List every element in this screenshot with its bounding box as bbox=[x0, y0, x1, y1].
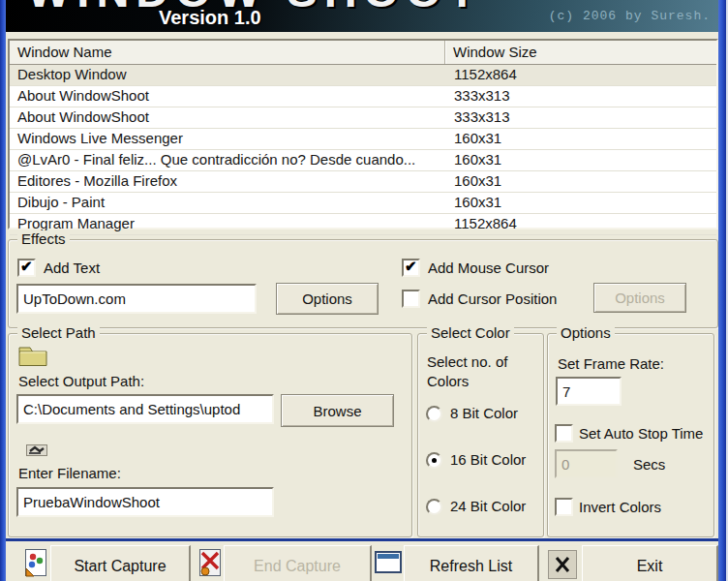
cell-window-size: 1152x864 bbox=[444, 214, 716, 234]
cell-window-size: 1152x864 bbox=[444, 65, 716, 85]
add-cursor-position-checkbox[interactable] bbox=[402, 290, 420, 308]
cell-window-size: 333x313 bbox=[444, 86, 716, 107]
windowshoot-app: WINDOW SHOOT Version 1.0 (c) 2006 by Sur… bbox=[0, 0, 728, 581]
secs-label: Secs bbox=[633, 456, 665, 473]
cell-window-name: Windows Live Messenger bbox=[10, 129, 444, 149]
bottom-divider bbox=[0, 538, 728, 541]
output-path-label: Select Output Path: bbox=[18, 373, 144, 389]
secs-input[interactable] bbox=[555, 449, 618, 478]
rename-icon bbox=[26, 443, 47, 461]
table-row[interactable]: Desktop Window 1152x864 bbox=[10, 65, 716, 86]
effects-group-title: Effects bbox=[17, 230, 70, 247]
add-mouse-cursor-label: Add Mouse Cursor bbox=[428, 260, 549, 276]
start-capture-icon bbox=[23, 548, 48, 581]
select-color-group-title: Select Color bbox=[427, 324, 514, 341]
radio-24bit[interactable] bbox=[426, 499, 442, 515]
radio-8bit-label: 8 Bit Color bbox=[450, 405, 518, 421]
table-row[interactable]: Editores - Mozilla Firefox 160x31 bbox=[10, 171, 716, 193]
table-row[interactable]: Windows Live Messenger 160x31 bbox=[10, 129, 716, 150]
exit-button[interactable]: Exit bbox=[582, 545, 718, 581]
column-header-window-size[interactable]: Window Size bbox=[444, 41, 716, 64]
radio-24bit-label: 24 Bit Color bbox=[450, 498, 526, 514]
exit-icon bbox=[548, 550, 577, 581]
invert-colors-checkbox[interactable] bbox=[555, 498, 573, 516]
cell-window-name: Dibujo - Paint bbox=[10, 193, 444, 213]
invert-colors-label: Invert Colors bbox=[579, 499, 661, 515]
output-path-input[interactable] bbox=[16, 394, 274, 424]
color-subtitle-line1: Select no. of bbox=[427, 353, 507, 370]
cell-window-size: 160x31 bbox=[444, 193, 716, 213]
frame-rate-input[interactable] bbox=[556, 377, 622, 406]
refresh-list-icon bbox=[375, 551, 402, 577]
options-group: Options Set Frame Rate: Set Auto Stop Ti… bbox=[547, 333, 714, 537]
effects-group: Effects Add Text Options Add Mouse Curso… bbox=[8, 239, 718, 328]
cell-window-name: @LvAr0 - Final feliz... Que contradicció… bbox=[10, 150, 444, 170]
cell-window-name: About WindowShoot bbox=[10, 107, 444, 128]
column-header-window-name[interactable]: Window Name bbox=[10, 41, 444, 64]
version-label: Version 1.0 bbox=[159, 7, 261, 29]
radio-16bit-label: 16 Bit Color bbox=[450, 451, 526, 468]
cell-window-name: About WindowShoot bbox=[10, 86, 444, 107]
radio-16bit[interactable] bbox=[426, 452, 442, 469]
add-cursor-position-label: Add Cursor Position bbox=[428, 290, 557, 307]
table-row[interactable]: Dibujo - Paint 160x31 bbox=[10, 193, 716, 214]
refresh-list-button[interactable]: Refresh List bbox=[404, 545, 539, 581]
listview-header: Window Name Window Size bbox=[10, 41, 716, 65]
color-subtitle-line2: Colors bbox=[427, 373, 469, 389]
cell-window-size: 160x31 bbox=[444, 171, 716, 192]
select-path-group: Select Path Select Output Path: Browse E… bbox=[8, 333, 412, 537]
window-listview: Window Name Window Size Desktop Window 1… bbox=[8, 39, 718, 229]
cell-window-size: 333x313 bbox=[444, 107, 716, 128]
cursor-options-button[interactable]: Options bbox=[593, 283, 686, 313]
auto-stop-label: Set Auto Stop Time bbox=[579, 425, 703, 442]
cell-window-name: Desktop Window bbox=[10, 65, 444, 85]
cell-window-name: Editores - Mozilla Firefox bbox=[10, 171, 444, 192]
cell-window-name: Program Manager bbox=[10, 214, 444, 234]
select-color-group: Select Color Select no. of Colors 8 Bit … bbox=[417, 333, 544, 537]
text-options-button[interactable]: Options bbox=[276, 283, 379, 315]
table-row[interactable]: About WindowShoot 333x313 bbox=[10, 107, 716, 129]
frame-rate-label: Set Frame Rate: bbox=[558, 355, 664, 372]
select-path-group-title: Select Path bbox=[17, 324, 100, 341]
start-capture-button[interactable]: Start Capture bbox=[50, 545, 191, 581]
end-capture-icon bbox=[197, 548, 223, 581]
table-row[interactable]: About WindowShoot 333x313 bbox=[10, 86, 716, 107]
filename-input[interactable] bbox=[16, 487, 274, 517]
window-border-left bbox=[0, 0, 6, 581]
browse-button[interactable]: Browse bbox=[281, 394, 394, 427]
table-row[interactable]: @LvAr0 - Final feliz... Que contradicció… bbox=[10, 150, 716, 171]
end-capture-button[interactable]: End Capture bbox=[224, 545, 372, 581]
filename-label: Enter Filename: bbox=[18, 465, 121, 481]
copyright-label: (c) 2006 by Suresh. bbox=[549, 9, 711, 23]
add-text-label: Add Text bbox=[44, 260, 100, 276]
add-mouse-cursor-checkbox[interactable] bbox=[402, 259, 420, 277]
title-banner: WINDOW SHOOT Version 1.0 (c) 2006 by Sur… bbox=[6, 0, 718, 32]
options-group-title: Options bbox=[557, 324, 615, 341]
cell-window-size: 160x31 bbox=[444, 150, 716, 170]
folder-icon bbox=[18, 345, 47, 371]
auto-stop-checkbox[interactable] bbox=[555, 424, 573, 443]
radio-8bit[interactable] bbox=[426, 406, 442, 422]
window-border-right bbox=[718, 0, 726, 581]
add-text-checkbox[interactable] bbox=[17, 259, 36, 277]
overlay-text-input[interactable] bbox=[16, 284, 257, 314]
table-row[interactable]: Program Manager 1152x864 bbox=[10, 214, 716, 235]
cell-window-size: 160x31 bbox=[444, 129, 716, 149]
